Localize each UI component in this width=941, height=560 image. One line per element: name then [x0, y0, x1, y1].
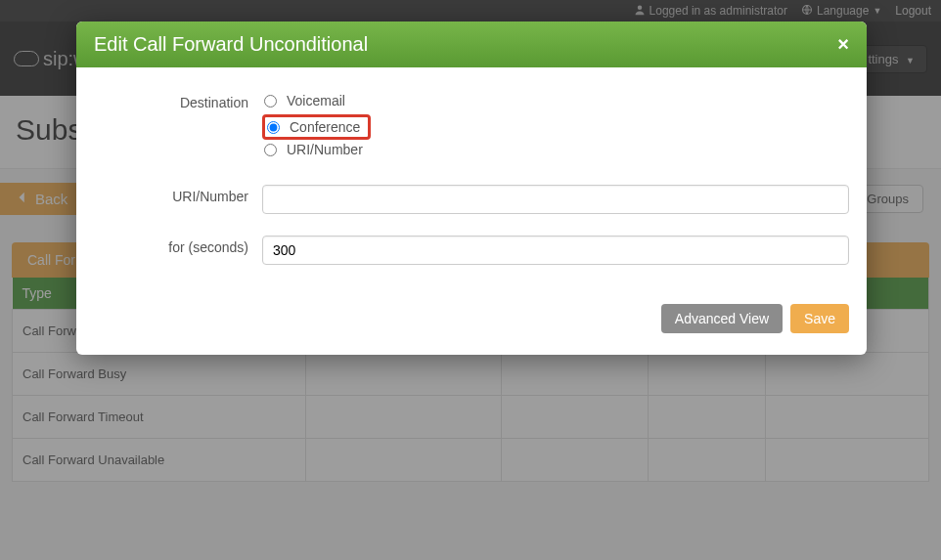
advanced-view-button[interactable]: Advanced View	[661, 304, 783, 333]
option-voicemail[interactable]: Voicemail	[262, 91, 849, 114]
edit-call-forward-modal: Edit Call Forward Unconditional × Destin…	[76, 22, 867, 355]
option-conference-label: Conference	[290, 119, 360, 135]
uri-label: URI/Number	[94, 185, 262, 204]
modal-footer: Advanced View Save	[76, 296, 867, 355]
seconds-input[interactable]	[262, 236, 849, 265]
option-conference[interactable]: Conference	[265, 117, 360, 137]
modal-title: Edit Call Forward Unconditional	[94, 33, 368, 56]
radio-conference[interactable]	[267, 121, 280, 134]
save-button[interactable]: Save	[790, 304, 849, 333]
modal-header: Edit Call Forward Unconditional ×	[76, 22, 867, 67]
uri-row: URI/Number	[94, 185, 849, 214]
seconds-label: for (seconds)	[94, 236, 262, 255]
modal-body: Destination Voicemail Conference URI/Num…	[76, 67, 867, 296]
option-uri[interactable]: URI/Number	[262, 140, 849, 163]
destination-label: Destination	[94, 91, 262, 110]
seconds-row: for (seconds)	[94, 236, 849, 265]
radio-uri[interactable]	[264, 144, 277, 156]
option-uri-label: URI/Number	[287, 142, 363, 157]
highlighted-option: Conference	[262, 114, 371, 140]
destination-options: Voicemail Conference URI/Number	[262, 91, 849, 163]
option-voicemail-label: Voicemail	[287, 93, 345, 108]
destination-row: Destination Voicemail Conference URI/Num…	[94, 91, 849, 163]
uri-input[interactable]	[262, 185, 849, 214]
radio-voicemail[interactable]	[264, 95, 277, 108]
close-icon[interactable]: ×	[837, 33, 849, 56]
